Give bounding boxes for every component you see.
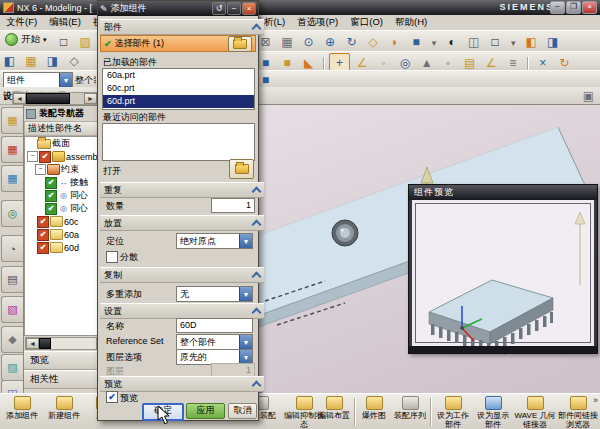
dialog-reset-button[interactable]: ↺: [212, 2, 226, 15]
edit-arrangement-button[interactable]: 编辑布置: [316, 395, 352, 420]
menu-file[interactable]: 文件(F): [0, 15, 43, 30]
background-dropdown-icon[interactable]: ▾: [507, 34, 519, 51]
title-bar[interactable]: NX 6 - Modeling - [ SIEMENS − ❐ ×: [0, 0, 600, 15]
shaded-view-icon[interactable]: ■: [407, 33, 426, 50]
render-style-icon[interactable]: ◐: [443, 33, 462, 50]
preview-window-titlebar[interactable]: 组件预览: [409, 185, 597, 200]
preview-viewport[interactable]: [409, 200, 597, 346]
toolbar-overflow-icon[interactable]: »: [593, 395, 598, 405]
clip-toolbar-icon[interactable]: ▣: [579, 87, 598, 104]
tab-reuse-library[interactable]: ◎: [1, 200, 23, 227]
tab-part-navigator[interactable]: ▦: [1, 165, 23, 192]
open-part-button[interactable]: [229, 159, 254, 179]
apply-button[interactable]: 应用: [186, 403, 225, 419]
point-icon[interactable]: ◦: [374, 54, 393, 71]
choose-part-button[interactable]: [228, 36, 252, 52]
select-arrow-icon[interactable]: ▲: [417, 54, 436, 71]
navigator-column-header[interactable]: 描述性部件名: [24, 121, 98, 136]
tree-item-assembly[interactable]: − ✔ assembly60: [25, 150, 97, 163]
close-button[interactable]: ×: [582, 1, 597, 14]
menu-edit[interactable]: 编辑(E): [43, 15, 87, 30]
view-orient-a-icon[interactable]: ◧: [522, 33, 541, 50]
new-file-icon[interactable]: □: [54, 34, 73, 51]
open-file-icon[interactable]: ▨: [76, 34, 95, 51]
tab-system-scenes[interactable]: ▤: [1, 266, 23, 293]
start-button[interactable]: 开始 ▾: [0, 32, 52, 47]
list-item-60a[interactable]: 60a.prt: [103, 69, 254, 82]
scroll-left-icon[interactable]: ◄: [26, 338, 39, 349]
restore-button[interactable]: ❐: [566, 1, 581, 14]
tree-item-60d[interactable]: ✔ 60d: [25, 241, 97, 254]
make-work-part-button[interactable]: 设为工作部件: [434, 395, 472, 429]
cue-scrollbar[interactable]: ◄ ►: [12, 92, 98, 105]
multi-add-dropdown[interactable]: 无 ▾: [176, 286, 253, 302]
fit-view-icon[interactable]: ⊙: [299, 33, 318, 50]
checkbox-checked-icon[interactable]: ✔: [39, 151, 51, 163]
scrollbar-thumb[interactable]: [39, 338, 51, 349]
ruler-icon[interactable]: ▤: [460, 54, 479, 71]
group-settings[interactable]: 设置: [100, 303, 264, 319]
checkbox-checked-icon[interactable]: ✔: [37, 216, 49, 228]
measure-angle-icon[interactable]: ∠: [482, 54, 501, 71]
exploded-view-button[interactable]: 爆炸图: [358, 395, 390, 420]
rotate-view-icon[interactable]: ↻: [342, 33, 361, 50]
section-dependencies[interactable]: 相关性: [24, 370, 98, 389]
pan-icon[interactable]: ◇: [364, 33, 383, 50]
checkbox-checked-icon[interactable]: ✔: [37, 229, 49, 241]
shaded-dropdown-icon[interactable]: ▾: [428, 34, 440, 51]
recent-parts-list[interactable]: [102, 123, 255, 161]
extrude-icon[interactable]: ■: [278, 54, 297, 71]
window-split-icon[interactable]: ◨: [43, 52, 62, 69]
tree-item-contact[interactable]: ✔ ↔ 接触: [25, 176, 97, 189]
wave-geometry-linker-button[interactable]: WAVE 几何链接器: [514, 395, 556, 429]
group-part[interactable]: 部件: [100, 19, 264, 35]
layer-icon[interactable]: ◇: [65, 52, 84, 69]
constraint-link-icon[interactable]: ≡: [503, 54, 522, 71]
refset-dropdown[interactable]: 整个部件 ▾: [176, 334, 253, 350]
curve-icon[interactable]: ×: [533, 54, 552, 71]
add-component-button[interactable]: 添加组件: [2, 395, 42, 420]
expander-icon[interactable]: −: [35, 164, 46, 175]
tree-item-constraints[interactable]: − 约束: [25, 163, 97, 176]
snap-point-icon[interactable]: ◎: [396, 54, 415, 71]
scrollbar-thumb[interactable]: [26, 93, 70, 104]
tab-pin[interactable]: ◆: [1, 326, 23, 353]
position-dropdown[interactable]: 绝对原点 ▾: [176, 233, 253, 249]
tab-roles[interactable]: ▨: [1, 354, 23, 381]
list-item-60c[interactable]: 60c.prt: [103, 82, 254, 95]
window-cascade-icon[interactable]: ◧: [0, 52, 19, 69]
dialog-titlebar[interactable]: ✎ 添加组件 ↺ − ×: [98, 1, 258, 16]
view-orient-b-icon[interactable]: ◨: [543, 33, 562, 50]
group-placement[interactable]: 放置: [100, 215, 264, 231]
make-displayed-part-button[interactable]: 设为显示部件: [474, 395, 512, 429]
tab-palette[interactable]: ▧: [1, 296, 23, 323]
section-preview[interactable]: 预览: [24, 351, 98, 370]
group-repeat[interactable]: 重复: [100, 182, 264, 198]
tab-assembly-navigator[interactable]: ▦: [1, 107, 23, 134]
menu-window[interactable]: 窗口(O): [344, 15, 389, 30]
menu-help[interactable]: 帮助(H): [389, 15, 433, 30]
group-preview[interactable]: 预览: [100, 376, 264, 392]
transform-icon[interactable]: ↻: [555, 54, 574, 71]
dialog-minimize-button[interactable]: −: [227, 2, 241, 15]
tree-item-sections[interactable]: 截面: [25, 137, 97, 150]
cancel-button[interactable]: 取消: [228, 403, 257, 419]
edges-icon[interactable]: ◫: [464, 33, 483, 50]
select-part-row[interactable]: ✔ 选择部件 (1): [100, 35, 256, 52]
name-field[interactable]: 60D: [176, 318, 253, 333]
snap-end-icon[interactable]: ◦: [439, 54, 458, 71]
tree-item-concentric[interactable]: ✔ ◎ 同心: [25, 202, 97, 215]
background-icon[interactable]: □: [486, 33, 505, 50]
scroll-left-icon[interactable]: ◄: [13, 93, 26, 104]
type-filter-dropdown[interactable]: 组件 ▾: [3, 72, 73, 88]
zoom-icon[interactable]: ⊕: [321, 33, 340, 50]
scroll-right-icon[interactable]: ►: [84, 93, 97, 104]
selection-scope-dropdown[interactable]: 整个装配: [75, 74, 96, 87]
minimize-button[interactable]: −: [550, 1, 565, 14]
sketch-icon[interactable]: ∠: [353, 54, 372, 71]
datum-plane-icon[interactable]: ◣: [299, 54, 318, 71]
tree-item-60c[interactable]: ✔ 60c: [25, 215, 97, 228]
tab-constraint-navigator[interactable]: ▦: [1, 136, 23, 163]
preview-checkbox-checked[interactable]: ✔: [106, 391, 118, 403]
checkbox-checked-icon[interactable]: ✔: [37, 242, 49, 254]
